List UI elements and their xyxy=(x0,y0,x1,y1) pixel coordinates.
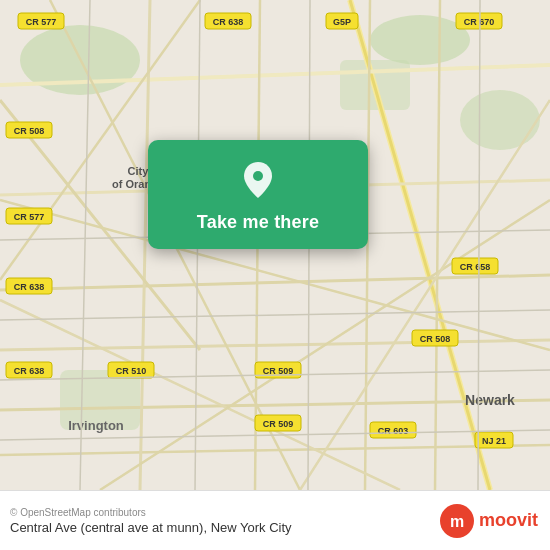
location-label: Central Ave (central ave at munn), New Y… xyxy=(10,520,292,535)
svg-text:CR 509: CR 509 xyxy=(263,419,294,429)
svg-text:Irvington: Irvington xyxy=(68,418,124,433)
svg-text:CR 658: CR 658 xyxy=(460,262,491,272)
map-container: CR 577 CR 638 G5P CR 670 CR 508 CR 577 C… xyxy=(0,0,550,490)
svg-text:City: City xyxy=(128,165,150,177)
svg-text:NJ 21: NJ 21 xyxy=(482,436,506,446)
svg-point-67 xyxy=(253,171,263,181)
location-pin-icon xyxy=(236,158,280,202)
take-me-there-button[interactable]: Take me there xyxy=(197,212,319,233)
navigation-popup[interactable]: Take me there xyxy=(148,140,368,249)
svg-text:CR 508: CR 508 xyxy=(420,334,451,344)
svg-text:Newark: Newark xyxy=(465,392,515,408)
svg-text:CR 638: CR 638 xyxy=(213,17,244,27)
bottom-left-info: © OpenStreetMap contributors Central Ave… xyxy=(10,507,292,535)
svg-text:G5P: G5P xyxy=(333,17,351,27)
svg-text:CR 638: CR 638 xyxy=(14,282,45,292)
svg-text:CR 603: CR 603 xyxy=(378,426,409,436)
svg-point-2 xyxy=(370,15,470,65)
bottom-bar: © OpenStreetMap contributors Central Ave… xyxy=(0,490,550,550)
moovit-brand-icon: m xyxy=(439,503,475,539)
svg-text:CR 508: CR 508 xyxy=(14,126,45,136)
svg-text:CR 577: CR 577 xyxy=(26,17,57,27)
svg-text:CR 577: CR 577 xyxy=(14,212,45,222)
map-attribution: © OpenStreetMap contributors xyxy=(10,507,292,518)
moovit-brand-text: moovit xyxy=(479,510,538,531)
svg-point-4 xyxy=(460,90,540,150)
moovit-logo: m moovit xyxy=(439,503,538,539)
svg-text:CR 638: CR 638 xyxy=(14,366,45,376)
svg-text:CR 670: CR 670 xyxy=(464,17,495,27)
svg-text:m: m xyxy=(450,513,464,530)
svg-text:CR 510: CR 510 xyxy=(116,366,147,376)
